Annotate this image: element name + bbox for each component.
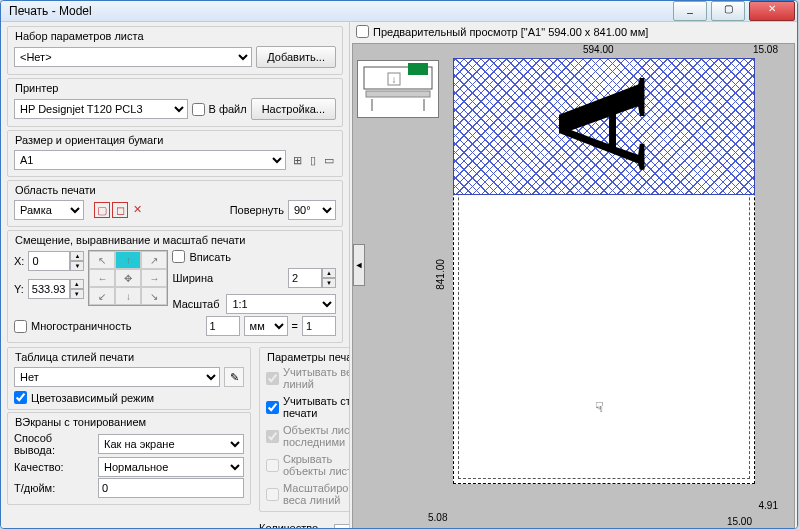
frame-icon-1[interactable]: ▢ [94, 202, 110, 218]
style-edit-icon[interactable]: ✎ [224, 367, 244, 387]
landscape-icon[interactable]: ▭ [322, 153, 336, 167]
svg-rect-2 [366, 91, 430, 97]
output-mode-select[interactable]: Как на экране [98, 434, 244, 454]
y-label: Y: [14, 283, 24, 295]
print-area-legend: Область печати [12, 184, 99, 196]
quality-label: Качество: [14, 461, 94, 473]
rotate-select[interactable]: 90° [288, 200, 336, 220]
shade-legend: ВЭкраны с тонированием [12, 416, 149, 428]
fit-checkbox[interactable]: Вписать [172, 250, 336, 263]
window-title: Печать - Model [9, 4, 671, 18]
svg-rect-1 [408, 63, 428, 75]
scale-select[interactable]: 1:1 [226, 294, 336, 314]
frame-icon-3[interactable]: ✕ [130, 202, 144, 216]
rotate-label: Повернуть [230, 204, 284, 216]
mm-input-1[interactable] [206, 316, 240, 336]
printer-legend: Принтер [12, 82, 61, 94]
paper-legend: Размер и ориентация бумаги [12, 134, 166, 146]
dialog-body: Набор параметров листа <Нет> Добавить...… [1, 22, 797, 529]
dim-height: 841.00 [435, 259, 446, 290]
y-up[interactable]: ▲ [70, 279, 84, 289]
portrait-icon[interactable]: ▯ [306, 153, 320, 167]
printer-settings-button[interactable]: Настройка... [251, 98, 336, 120]
right-panel: Предварительный просмотр ["A1" 594.00 x … [349, 22, 797, 529]
y-down[interactable]: ▼ [70, 289, 84, 299]
close-button[interactable]: ✕ [749, 1, 795, 21]
styles-group: Таблица стилей печати Нет ✎ Цветозависим… [7, 347, 251, 410]
equals-label: = [292, 320, 298, 332]
titlebar: Печать - Model _ ▢ ✕ [1, 1, 797, 22]
dim-margin-bottom: 15.00 [727, 516, 752, 527]
dim-margin-right: 4.91 [759, 500, 778, 511]
offset-legend: Смещение, выравнивание и масштаб печати [12, 234, 249, 246]
printer-select[interactable]: HP Designjet T120 PCL3 [14, 99, 188, 119]
x-up[interactable]: ▲ [70, 251, 84, 261]
dim-width: 594.00 [583, 44, 614, 55]
color-dependent-checkbox[interactable]: Цветозависимый режим [14, 391, 244, 404]
left-panel: Набор параметров листа <Нет> Добавить...… [1, 22, 349, 529]
print-area-group: Область печати Рамка ▢ ◻ ✕ Повернуть 90° [7, 180, 343, 227]
svg-text:↓: ↓ [392, 74, 397, 85]
print-area-select[interactable]: Рамка [14, 200, 84, 220]
preview-area[interactable]: ↓ A 594.00 15.08 841.00 5.08 4.91 15.00 … [352, 43, 795, 529]
x-down[interactable]: ▼ [70, 261, 84, 271]
scale-label: Масштаб [172, 298, 222, 310]
add-sheet-button[interactable]: Добавить... [256, 46, 336, 68]
styles-legend: Таблица стилей печати [12, 351, 137, 363]
maximize-button[interactable]: ▢ [711, 1, 745, 21]
quality-select[interactable]: Нормальное [98, 457, 244, 477]
printer-group: Принтер HP Designjet T120 PCL3 В файл На… [7, 78, 343, 127]
dim-margin-top: 15.08 [753, 44, 778, 55]
sheet-params-select[interactable]: <Нет> [14, 47, 252, 67]
dpi-label: Т/дюйм: [14, 482, 94, 494]
output-mode-label: Способ вывода: [14, 432, 94, 456]
style-table-select[interactable]: Нет [14, 367, 220, 387]
plotter-icon: ↓ [357, 60, 439, 118]
print-dialog: Печать - Model _ ▢ ✕ Набор параметров ли… [0, 0, 798, 529]
offset-group: Смещение, выравнивание и масштаб печати … [7, 230, 343, 343]
copies-label: Количество копий: [259, 522, 330, 529]
sheet-params-group: Набор параметров листа <Нет> Добавить... [7, 26, 343, 75]
cursor-icon: ☟ [595, 399, 604, 415]
preview-checkbox[interactable]: Предварительный просмотр ["A1" 594.00 x … [356, 25, 648, 38]
add-size-icon[interactable]: ⊞ [290, 153, 304, 167]
shade-group: ВЭкраны с тонированием Способ вывода:Как… [7, 412, 251, 505]
paper-group: Размер и ориентация бумаги A1 ⊞ ▯ ▭ [7, 130, 343, 177]
collapse-arrow[interactable]: ◄ [353, 244, 365, 286]
dim-margin-left: 5.08 [428, 512, 447, 523]
x-label: X: [14, 255, 24, 267]
mm-input-2[interactable] [302, 316, 336, 336]
width-label: Ширина [172, 272, 222, 284]
sample-glyph: A [525, 77, 675, 171]
paper-size-select[interactable]: A1 [14, 150, 286, 170]
dpi-input[interactable] [98, 478, 244, 498]
sheet-params-legend: Набор параметров листа [12, 30, 147, 42]
multipage-checkbox[interactable]: Многостраничность [14, 320, 131, 333]
x-input[interactable] [28, 251, 70, 271]
width-input[interactable] [288, 268, 322, 288]
frame-icon-2[interactable]: ◻ [112, 202, 128, 218]
minimize-button[interactable]: _ [673, 1, 707, 21]
y-input[interactable] [28, 279, 70, 299]
to-file-checkbox[interactable]: В файл [192, 103, 247, 116]
preview-header: Предварительный просмотр ["A1" 594.00 x … [350, 22, 797, 41]
mm-unit-select[interactable]: мм [244, 316, 288, 336]
alignment-grid[interactable]: ↖↑↗ ←✥→ ↙↓↘ [88, 250, 168, 306]
